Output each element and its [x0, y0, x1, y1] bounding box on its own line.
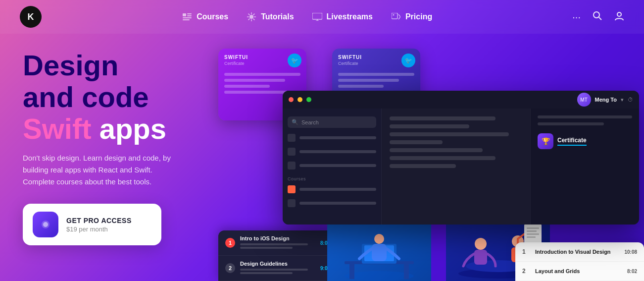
panel-line	[538, 122, 604, 125]
card-line	[224, 85, 270, 88]
app-right-panel: 🏆 Certificate	[530, 109, 639, 225]
hero-right: SWIFTUI Certificate 🐦 SWIFTUI Certificat…	[218, 34, 644, 281]
more-icon[interactable]: ···	[572, 11, 581, 23]
nav-pricing[interactable]: Pricing	[391, 11, 432, 22]
hero-left: Design and code Swift apps Don't skip de…	[23, 50, 201, 245]
content-line	[390, 164, 456, 168]
course-item-1: 1 Intro to iOS Design 8:08	[218, 230, 337, 256]
cert-text: Certificate	[557, 137, 587, 146]
swift-icon	[288, 185, 296, 193]
sidebar-text	[299, 150, 376, 153]
svg-rect-31	[527, 236, 536, 238]
cta-icon	[33, 212, 58, 237]
course-item-2: 2 Design Guidelines 9:02	[218, 256, 337, 281]
sparkle-icon	[246, 11, 257, 22]
svg-rect-30	[527, 233, 539, 235]
course-info: Design Guidelines	[240, 261, 315, 276]
maximize-dot	[306, 97, 311, 102]
cert-icon: 🏆	[538, 133, 553, 149]
nav-tutorials[interactable]: Tutorials	[246, 11, 294, 22]
hero-subtext: Don't skip design. Learn design and code…	[23, 152, 181, 188]
sidebar-text	[299, 164, 376, 167]
nav-right: ···	[572, 11, 624, 23]
svg-point-10	[617, 12, 621, 16]
course-title: Introduction to Visual Design	[535, 249, 619, 255]
sidebar-icon	[288, 134, 296, 142]
cta-text: GET PRO ACCESS $19 per month	[66, 217, 132, 233]
course-line	[240, 247, 293, 249]
course-item-r2: 2 Layout and Grids 8:02	[515, 262, 644, 281]
card-line	[338, 85, 384, 88]
grid-icon	[182, 11, 193, 22]
app-sidebar: 🔍 Search Courses	[283, 109, 382, 225]
user-name-label: Meng To	[595, 97, 617, 103]
user-icon[interactable]	[614, 11, 624, 23]
close-dot	[289, 97, 294, 102]
sidebar-icon	[288, 148, 296, 156]
svg-point-19	[374, 234, 384, 244]
illustration-figure-left	[335, 217, 424, 281]
cta-card[interactable]: GET PRO ACCESS $19 per month	[23, 204, 161, 245]
course-title: Layout and Grids	[535, 268, 622, 274]
course-number: 1	[225, 238, 235, 248]
svg-rect-20	[372, 244, 387, 261]
card-line	[338, 73, 414, 76]
course-number: 2	[225, 263, 235, 273]
course-info: Intro to iOS Design	[240, 235, 315, 250]
card-badge: 🐦	[288, 54, 301, 67]
app-window: MT Meng To ▾ ⏱ 🔍 Search	[283, 91, 639, 225]
app-search[interactable]: 🔍 Search	[288, 116, 376, 128]
content-line	[390, 156, 495, 160]
sidebar-text	[299, 202, 376, 205]
svg-rect-29	[527, 230, 537, 232]
navbar: K Courses	[0, 0, 644, 34]
search-icon-small: 🔍	[292, 119, 298, 125]
content-line	[390, 132, 509, 136]
app-titlebar: MT Meng To ▾ ⏱	[283, 91, 639, 109]
svg-rect-7	[392, 13, 397, 19]
svg-point-8	[393, 14, 394, 16]
course-title: Intro to iOS Design	[240, 235, 315, 241]
course-number: 1	[522, 248, 530, 255]
course-info: Introduction to Visual Design	[535, 249, 619, 255]
svg-rect-28	[527, 227, 539, 229]
svg-rect-24	[474, 250, 487, 265]
svg-point-13	[345, 271, 414, 281]
monitor-icon	[312, 11, 323, 22]
sidebar-text	[299, 136, 376, 139]
sidebar-item	[283, 131, 381, 145]
svg-rect-2	[187, 15, 192, 16]
chevron-down-icon: ▾	[621, 97, 624, 103]
svg-point-23	[475, 238, 487, 250]
sidebar-icon	[288, 199, 296, 207]
svg-point-9	[594, 12, 599, 18]
card-line	[338, 79, 399, 82]
card-line	[224, 79, 285, 82]
nav-courses[interactable]: Courses	[182, 11, 228, 22]
svg-rect-0	[183, 13, 186, 16]
certificate-badge: 🏆 Certificate	[538, 133, 632, 149]
minimize-dot	[297, 97, 302, 102]
logo[interactable]: K	[20, 6, 42, 28]
sidebar-icon	[288, 162, 296, 169]
svg-rect-4	[183, 19, 190, 20]
nav-livestreams[interactable]: Livestreams	[312, 11, 373, 22]
panel-line	[538, 115, 632, 118]
cta-label: GET PRO ACCESS	[66, 217, 132, 225]
svg-point-5	[249, 15, 253, 19]
course-info: Layout and Grids	[535, 268, 622, 274]
course-number: 2	[522, 268, 530, 275]
clock-icon: ⏱	[628, 97, 633, 103]
sidebar-item	[283, 196, 381, 210]
content-line	[390, 140, 443, 144]
svg-rect-16	[404, 264, 409, 279]
app-body: 🔍 Search Courses	[283, 109, 639, 225]
user-avatar: MT	[577, 93, 591, 107]
content-line	[390, 116, 495, 120]
search-icon[interactable]	[593, 11, 602, 23]
course-item-r1: 1 Introduction to Visual Design 10:08	[515, 242, 644, 262]
course-duration: 8:02	[627, 269, 637, 274]
svg-rect-6	[312, 13, 322, 19]
sidebar-item	[283, 145, 381, 159]
course-duration: 10:08	[624, 249, 637, 255]
